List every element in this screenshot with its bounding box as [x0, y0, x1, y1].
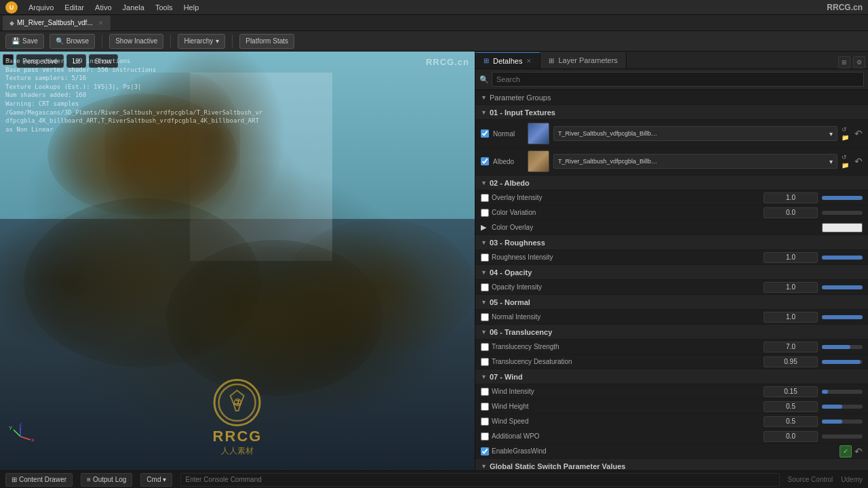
- browse-button[interactable]: 🔍 Browse: [50, 34, 95, 49]
- normal-refresh-icon[interactable]: ↺: [842, 126, 849, 133]
- details-tab[interactable]: ⊞ Detalhes ✕: [475, 52, 540, 68]
- translucency-desaturation-slider[interactable]: [822, 360, 863, 364]
- output-log-button[interactable]: ≡ Output Log: [81, 473, 132, 487]
- enable-grass-wind-value: ✓: [840, 445, 852, 458]
- section-roughness[interactable]: ▼ 03 - Roughness: [475, 235, 868, 250]
- normal-reset-icon[interactable]: ↶: [854, 128, 863, 139]
- panel-grid-icon[interactable]: ⊞: [838, 56, 850, 68]
- enable-grass-wind-checkbox[interactable]: [481, 447, 489, 455]
- show-inactive-button[interactable]: Show Inactive: [109, 34, 163, 49]
- viewport[interactable]: ≡ Perspective Lit Show Base pass shader:…: [0, 52, 475, 470]
- normal-checkbox[interactable]: [481, 129, 489, 138]
- cmd-selector[interactable]: Cmd ▾: [140, 473, 172, 487]
- menu-ativo[interactable]: Ativo: [95, 3, 111, 12]
- roughness-intensity-slider[interactable]: [822, 256, 863, 260]
- roughness-intensity-checkbox[interactable]: [481, 253, 489, 262]
- color-variation-slider[interactable]: [822, 211, 863, 215]
- prop-translucency-strength: Translucency Strength 7.0: [475, 340, 868, 354]
- wind-height-slider[interactable]: [822, 405, 863, 409]
- albedo-checkbox[interactable]: [481, 157, 489, 165]
- section-normal[interactable]: ▼ 05 - Normal: [475, 295, 868, 310]
- tab-close-icon[interactable]: ✕: [98, 20, 104, 26]
- watermark-icon: ⑦: [233, 397, 242, 408]
- details-tab-close[interactable]: ✕: [526, 58, 532, 64]
- panel-content[interactable]: ▼ Parameter Groups ▼ 01 - Input Textures…: [475, 90, 868, 470]
- source-control[interactable]: Source Control: [788, 476, 833, 483]
- parameter-groups-header[interactable]: ▼ Parameter Groups: [475, 90, 868, 105]
- save-button[interactable]: 💾 Save: [5, 34, 44, 49]
- overlay-intensity-slider[interactable]: [822, 196, 863, 200]
- normal-intensity-value: 1.0: [764, 312, 818, 323]
- color-overlay-swatch[interactable]: [822, 223, 863, 232]
- albedo-folder-icon[interactable]: 📁: [842, 162, 849, 169]
- overlay-intensity-label: Overlay Intensity: [492, 194, 761, 201]
- material-tab[interactable]: ◆ MI_River_Saltbush_vdf... ✕: [3, 16, 111, 30]
- additional-wpo-slider[interactable]: [822, 434, 863, 439]
- wind-height-checkbox[interactable]: [481, 403, 489, 411]
- platform-stats-button[interactable]: Platform Stats: [239, 34, 294, 49]
- additional-wpo-checkbox[interactable]: [481, 432, 489, 441]
- translucency-strength-checkbox[interactable]: [481, 343, 489, 351]
- menu-tools[interactable]: Tools: [155, 3, 173, 12]
- output-log-icon: ≡: [87, 476, 91, 483]
- svg-text:Z: Z: [19, 423, 22, 427]
- panel-icon-group: ⊞ ⚙: [838, 56, 868, 68]
- section-translucency[interactable]: ▼ 06 - Translucency: [475, 325, 868, 340]
- translucency-desaturation-checkbox[interactable]: [481, 358, 489, 366]
- albedo-thumb: [528, 150, 549, 172]
- section-wind[interactable]: ▼ 07 - Wind: [475, 369, 868, 384]
- translucency-arrow: ▼: [481, 329, 487, 336]
- section-input-textures[interactable]: ▼ 01 - Input Textures: [475, 105, 868, 120]
- wind-speed-checkbox[interactable]: [481, 418, 489, 426]
- menu-help[interactable]: Help: [184, 3, 199, 12]
- albedo-texture-btn[interactable]: T_River_Saltbush_vdfpcgbla_Billboard_D ▾: [553, 154, 837, 169]
- search-input[interactable]: [492, 72, 864, 87]
- opacity-label: 04 - Opacity: [490, 268, 532, 277]
- platform-stats-label: Platform Stats: [245, 37, 288, 45]
- opacity-intensity-checkbox[interactable]: [481, 283, 489, 291]
- section-opacity[interactable]: ▼ 04 - Opacity: [475, 265, 868, 280]
- wind-speed-value: 0.5: [764, 416, 818, 427]
- wind-height-value: 0.5: [764, 401, 818, 412]
- panel-settings-icon[interactable]: ⚙: [853, 56, 865, 68]
- hierarchy-button[interactable]: Hierarchy ▾: [178, 34, 225, 49]
- section-albedo[interactable]: ▼ 02 - Albedo: [475, 176, 868, 190]
- overlay-intensity-checkbox[interactable]: [481, 194, 489, 202]
- normal-label: Normal: [493, 130, 524, 138]
- color-variation-checkbox[interactable]: [481, 209, 489, 217]
- opacity-intensity-value: 1.0: [764, 282, 818, 293]
- albedo-reset-icon[interactable]: ↶: [854, 156, 863, 167]
- cmd-dropdown-icon: ▾: [163, 476, 166, 483]
- albedo-section-arrow: ▼: [481, 180, 487, 186]
- wind-intensity-slider[interactable]: [822, 390, 863, 394]
- menu-janela[interactable]: Janela: [123, 3, 144, 12]
- hierarchy-dropdown-icon: ▾: [216, 37, 219, 45]
- content-drawer-button[interactable]: ⊞ Content Drawer: [5, 473, 73, 487]
- albedo-label: Albedo: [493, 158, 524, 165]
- menu-bar: U Arquivo Editar Ativo Janela Tools Help…: [0, 0, 868, 15]
- prop-wind-speed: Wind Speed 0.5: [475, 414, 868, 429]
- console-input[interactable]: [180, 473, 779, 487]
- panel-tabs: ⊞ Detalhes ✕ ⊞ Layer Parameters ⊞ ⚙: [475, 52, 868, 69]
- layer-params-tab[interactable]: ⊞ Layer Parameters: [540, 52, 626, 68]
- menu-editar[interactable]: Editar: [64, 3, 84, 12]
- enable-grass-wind-reset[interactable]: ↶: [854, 446, 863, 457]
- menu-arquivo[interactable]: Arquivo: [28, 3, 54, 12]
- normal-intensity-slider[interactable]: [822, 315, 863, 319]
- normal-intensity-checkbox[interactable]: [481, 313, 489, 321]
- section-global-static[interactable]: ▼ Global Static Switch Parameter Values: [475, 459, 868, 470]
- wind-speed-slider[interactable]: [822, 420, 863, 424]
- normal-texture-btn[interactable]: T_River_Saltbush_vdfpcgbla_Billboard_N ▾: [553, 126, 837, 141]
- coord-axes: X Y Z: [7, 423, 34, 450]
- color-overlay-play[interactable]: ▶: [481, 223, 489, 232]
- opacity-intensity-slider[interactable]: [822, 285, 863, 289]
- translucency-strength-slider[interactable]: [822, 345, 863, 349]
- global-static-label: Global Static Switch Parameter Values: [490, 462, 626, 470]
- normal-folder-icon[interactable]: 📁: [842, 134, 849, 141]
- cmd-label: Cmd: [146, 476, 161, 483]
- albedo-refresh-icon[interactable]: ↺: [842, 154, 849, 161]
- color-overlay-label: Color Overlay: [492, 224, 819, 231]
- app-logo: U: [5, 1, 18, 14]
- wind-intensity-checkbox[interactable]: [481, 388, 489, 396]
- roughness-arrow: ▼: [481, 239, 487, 246]
